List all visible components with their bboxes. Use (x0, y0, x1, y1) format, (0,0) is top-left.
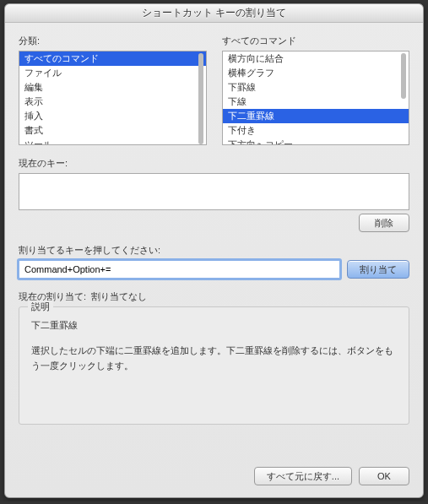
list-item[interactable]: 下罫線 (223, 80, 409, 95)
top-row: 分類: すべてのコマンド ファイル 編集 表示 挿入 書式 ツール すべてのコマ… (19, 35, 409, 145)
shortcut-input[interactable] (19, 260, 340, 279)
list-item[interactable]: 横棒グラフ (223, 66, 409, 80)
description-label: 説明 (28, 301, 53, 313)
current-key-label: 現在のキー: (19, 157, 409, 170)
list-item[interactable]: 編集 (19, 80, 206, 95)
description-text: 選択したセルの下端に二重罫線を追加します。下二重罫線を削除するには、ボタンをもう… (31, 344, 397, 373)
commands-column: すべてのコマンド 横方向に結合 横棒グラフ 下罫線 下線 下二重罫線 下付き 下… (222, 35, 410, 145)
list-item[interactable]: 下線 (223, 95, 409, 109)
scrollbar[interactable] (398, 51, 409, 144)
delete-button[interactable]: 削除 (359, 214, 409, 232)
ok-button[interactable]: OK (359, 467, 409, 485)
dialog-window: ショートカット キーの割り当て 分類: すべてのコマンド ファイル 編集 表示 … (4, 3, 424, 498)
scrollbar[interactable] (196, 51, 206, 144)
titlebar: ショートカット キーの割り当て (5, 4, 423, 23)
current-key-listbox[interactable] (19, 173, 409, 210)
commands-label: すべてのコマンド (222, 35, 410, 47)
current-key-section: 現在のキー: 削除 (19, 157, 409, 232)
assign-button[interactable]: 割り当て (347, 260, 409, 279)
window-title: ショートカット キーの割り当て (142, 6, 286, 20)
list-item[interactable]: 下付き (223, 123, 409, 138)
description-command: 下二重罫線 (31, 319, 397, 332)
reset-all-button[interactable]: すべて元に戻す... (254, 467, 352, 485)
description-box: 説明 下二重罫線 選択したセルの下端に二重罫線を追加します。下二重罫線を削除する… (19, 306, 409, 425)
categories-label: 分類: (19, 35, 207, 47)
list-item[interactable]: 表示 (19, 95, 206, 109)
categories-column: 分類: すべてのコマンド ファイル 編集 表示 挿入 書式 ツール (19, 35, 207, 145)
list-item[interactable]: すべてのコマンド (19, 51, 206, 66)
list-item[interactable]: 下二重罫線 (223, 109, 409, 123)
current-assignment-row: 現在の割り当て: 割り当てなし (19, 290, 409, 303)
dialog-footer: すべて元に戻す... OK (19, 452, 409, 485)
list-item[interactable]: 横方向に結合 (223, 51, 409, 66)
list-item[interactable]: 挿入 (19, 109, 206, 123)
dialog-content: 分類: すべてのコマンド ファイル 編集 表示 挿入 書式 ツール すべてのコマ… (5, 23, 423, 497)
commands-listbox[interactable]: 横方向に結合 横棒グラフ 下罫線 下線 下二重罫線 下付き 下方向へコピー (222, 51, 410, 145)
assign-section: 割り当てるキーを押してください: 割り当て (19, 244, 409, 279)
list-item[interactable]: 書式 (19, 123, 206, 138)
list-item[interactable]: ファイル (19, 66, 206, 80)
list-item[interactable]: ツール (19, 138, 206, 145)
current-assignment-value: 割り当てなし (91, 290, 147, 303)
list-item[interactable]: 下方向へコピー (223, 138, 409, 145)
assign-label: 割り当てるキーを押してください: (19, 244, 409, 257)
categories-listbox[interactable]: すべてのコマンド ファイル 編集 表示 挿入 書式 ツール (19, 51, 207, 145)
